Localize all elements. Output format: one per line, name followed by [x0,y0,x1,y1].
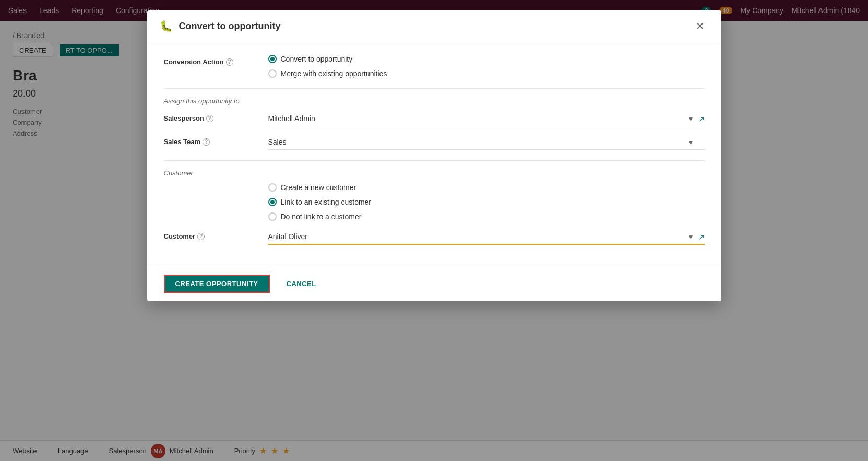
modal-overlay: 🐛 Convert to opportunity ✕ Conversion Ac… [0,0,868,461]
modal-header-icon: 🐛 [160,20,173,32]
customer-select-wrapper: Anital Oliver ▼ ↗ [268,229,705,245]
customer-section-title: Customer [164,169,705,177]
sales-team-select[interactable]: Sales [268,135,705,150]
sales-team-field-label: Sales Team ? [164,135,268,146]
customer-external-link-icon[interactable]: ↗ [698,233,705,241]
radio-create-new-customer[interactable]: Create a new customer [268,183,705,192]
radio-do-not-link-customer[interactable]: Do not link to a customer [268,212,705,221]
sales-team-help-icon: ? [203,138,210,146]
radio-convert-indicator [268,55,277,63]
salesperson-row: Salesperson ? Mitchell Admin ▼ ↗ [164,111,705,126]
conversion-action-options: Convert to opportunity Merge with existi… [268,55,705,78]
cancel-button[interactable]: CANCEL [278,276,325,292]
salesperson-control: Mitchell Admin ▼ ↗ [268,111,705,126]
radio-merge-with-existing[interactable]: Merge with existing opportunities [268,69,705,78]
salesperson-help-icon: ? [206,115,213,122]
customer-options-label-spacer [164,183,268,186]
conversion-action-row: Conversion Action ? Convert to opportuni… [164,55,705,78]
radio-create-label: Create a new customer [281,183,356,192]
create-opportunity-button[interactable]: CREATE OPPORTUNITY [164,275,270,293]
customer-radio-group: Create a new customer Link to an existin… [268,183,705,221]
radio-convert-label: Convert to opportunity [281,55,353,63]
customer-radio-options: Create a new customer Link to an existin… [268,183,705,221]
modal-close-button[interactable]: ✕ [692,19,709,33]
radio-no-link-label: Do not link to a customer [281,212,362,221]
convert-to-opportunity-modal: 🐛 Convert to opportunity ✕ Conversion Ac… [147,10,721,301]
customer-select[interactable]: Anital Oliver [268,229,705,245]
sales-team-select-wrapper: Sales ▼ [268,135,705,150]
conversion-action-label: Conversion Action ? [164,55,268,66]
customer-options-row: Create a new customer Link to an existin… [164,183,705,221]
modal-footer: CREATE OPPORTUNITY CANCEL [147,266,721,301]
radio-create-indicator [268,183,277,192]
section-divider-2 [164,160,705,161]
customer-select-row: Customer ? Anital Oliver ▼ ↗ [164,229,705,245]
salesperson-select[interactable]: Mitchell Admin [268,111,705,126]
conversion-radio-group: Convert to opportunity Merge with existi… [268,55,705,78]
sales-team-row: Sales Team ? Sales ▼ [164,135,705,150]
conversion-action-help-icon: ? [226,58,233,66]
salesperson-select-wrapper: Mitchell Admin ▼ ↗ [268,111,705,126]
radio-merge-indicator [268,69,277,78]
modal-body: Conversion Action ? Convert to opportuni… [147,42,721,266]
salesperson-field-label: Salesperson ? [164,111,268,122]
modal-header: 🐛 Convert to opportunity ✕ [147,10,721,42]
customer-help-icon: ? [197,233,205,240]
radio-no-link-indicator [268,212,277,221]
customer-field-label: Customer ? [164,229,268,240]
sales-team-control: Sales ▼ [268,135,705,150]
section-divider-1 [164,88,705,89]
salesperson-external-link-icon[interactable]: ↗ [698,115,705,123]
assign-section-title: Assign this opportunity to [164,97,705,105]
radio-merge-label: Merge with existing opportunities [281,69,387,78]
radio-convert-to-opportunity[interactable]: Convert to opportunity [268,55,705,63]
modal-title: Convert to opportunity [179,21,685,32]
radio-link-label: Link to an existing customer [281,198,372,206]
radio-link-indicator [268,198,277,206]
customer-select-area: Anital Oliver ▼ ↗ [268,229,705,245]
radio-link-existing-customer[interactable]: Link to an existing customer [268,198,705,206]
